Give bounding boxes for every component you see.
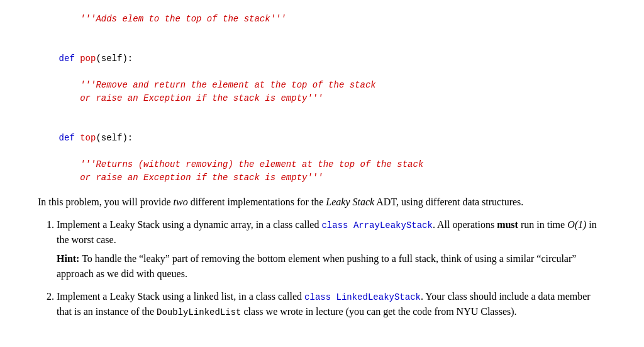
- pop-function-name: pop: [80, 54, 96, 64]
- doubly-linked-list-code: DoublyLinkedList: [157, 307, 241, 317]
- item1-text-before: Implement a Leaky Stack using a dynamic …: [57, 219, 321, 230]
- blank-line-1: [38, 26, 606, 39]
- def-keyword-top: def: [59, 133, 80, 143]
- item2-text-before: Implement a Leaky Stack using a linked l…: [57, 291, 304, 302]
- pop-args: (self):: [96, 54, 133, 64]
- intro-text-2: different implementations for the: [188, 196, 326, 207]
- blank-line-2: [38, 105, 606, 118]
- pop-docstring-line1: '''Remove and return the element at the …: [38, 79, 606, 92]
- item1-text-after2: run in time: [518, 219, 567, 230]
- hint-label: Hint:: [57, 253, 79, 264]
- array-class-name: class ArrayLeakyStack: [321, 220, 432, 230]
- push-docstring: '''Adds elem to the top of the stack''': [38, 13, 606, 26]
- pop-def-line: def pop(self):: [38, 39, 606, 79]
- hint-block: Hint: To handle the “leaky” part of remo…: [57, 251, 606, 282]
- item2-text-after2: class we wrote in lecture (you can get t…: [241, 306, 516, 317]
- intro-paragraph: In this problem, you will provide two di…: [38, 195, 606, 210]
- top-docstring-line1: '''Returns (without removing) the elemen…: [38, 158, 606, 171]
- intro-text-3: ADT, using different data structures.: [374, 196, 523, 207]
- hint-text: To handle the “leaky” part of removing t…: [57, 253, 576, 279]
- implementation-list: Implement a Leaky Stack using a dynamic …: [57, 217, 606, 319]
- two-emphasis: two: [174, 196, 188, 207]
- leaky-stack-name: Leaky Stack: [326, 196, 374, 207]
- intro-text-1: In this problem, you will provide: [38, 196, 174, 207]
- def-keyword-pop: def: [59, 54, 80, 64]
- top-args: (self):: [96, 133, 133, 143]
- top-function-name: top: [80, 133, 96, 143]
- item1-text-after: . All operations: [433, 219, 497, 230]
- list-item-2: Implement a Leaky Stack using a linked l…: [57, 289, 606, 319]
- linked-class-name: class LinkedLeakyStack: [304, 292, 421, 302]
- pop-docstring-line2: or raise an Exception if the stack is em…: [38, 92, 606, 105]
- must-bold: must: [497, 219, 518, 230]
- top-docstring-line2: or raise an Exception if the stack is em…: [38, 171, 606, 185]
- code-section: '''Adds elem to the top of the stack''' …: [38, 13, 606, 185]
- list-item-1: Implement a Leaky Stack using a dynamic …: [57, 217, 606, 282]
- top-def-line: def top(self):: [38, 118, 606, 158]
- big-o-notation: O(1): [567, 219, 586, 230]
